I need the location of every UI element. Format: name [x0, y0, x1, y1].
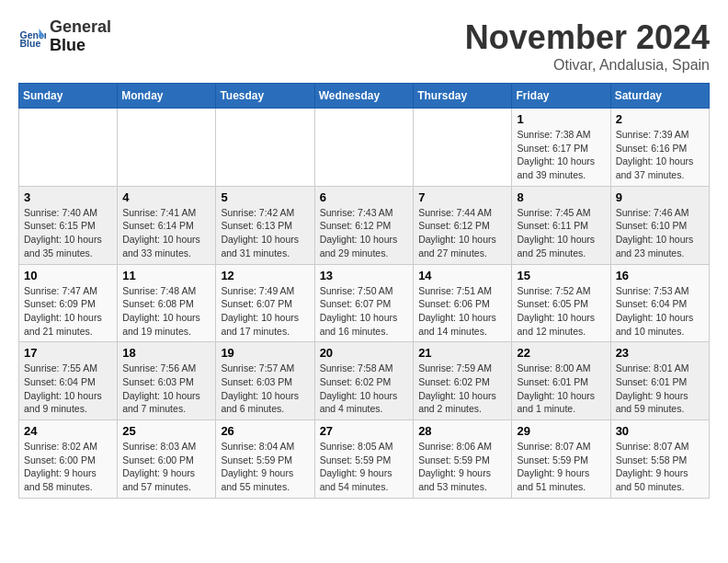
calendar-cell: 7Sunrise: 7:44 AM Sunset: 6:12 PM Daylig…	[414, 186, 512, 264]
calendar-cell: 21Sunrise: 7:59 AM Sunset: 6:02 PM Dayli…	[414, 342, 512, 420]
weekday-header: Thursday	[414, 84, 512, 109]
day-number: 18	[122, 346, 210, 360]
calendar-cell: 18Sunrise: 7:56 AM Sunset: 6:03 PM Dayli…	[118, 342, 216, 420]
calendar-cell: 4Sunrise: 7:41 AM Sunset: 6:14 PM Daylig…	[118, 186, 216, 264]
day-info: Sunrise: 7:39 AM Sunset: 6:16 PM Dayligh…	[616, 128, 704, 182]
logo-line2: Blue	[50, 37, 111, 55]
day-number: 15	[517, 269, 605, 282]
weekday-header: Monday	[118, 84, 216, 109]
day-number: 30	[616, 424, 704, 438]
day-info: Sunrise: 7:57 AM Sunset: 6:03 PM Dayligh…	[221, 362, 309, 416]
calendar-cell: 2Sunrise: 7:39 AM Sunset: 6:16 PM Daylig…	[610, 109, 709, 187]
day-info: Sunrise: 7:44 AM Sunset: 6:12 PM Dayligh…	[418, 206, 506, 260]
day-number: 9	[616, 190, 704, 204]
month-title: November 2024	[465, 18, 710, 57]
day-number: 13	[320, 269, 409, 282]
day-info: Sunrise: 7:38 AM Sunset: 6:17 PM Dayligh…	[517, 128, 605, 182]
day-info: Sunrise: 7:47 AM Sunset: 6:09 PM Dayligh…	[24, 284, 112, 339]
calendar-week: 1Sunrise: 7:38 AM Sunset: 6:17 PM Daylig…	[19, 109, 710, 187]
day-info: Sunrise: 7:55 AM Sunset: 6:04 PM Dayligh…	[24, 362, 112, 416]
svg-text:Blue: Blue	[20, 38, 41, 49]
weekday-header: Sunday	[19, 84, 118, 109]
calendar-body: 1Sunrise: 7:38 AM Sunset: 6:17 PM Daylig…	[19, 109, 710, 499]
calendar-cell: 8Sunrise: 7:45 AM Sunset: 6:11 PM Daylig…	[512, 186, 610, 264]
day-info: Sunrise: 7:48 AM Sunset: 6:08 PM Dayligh…	[122, 284, 210, 339]
location-title: Otivar, Andalusia, Spain	[465, 57, 710, 74]
calendar-cell: 19Sunrise: 7:57 AM Sunset: 6:03 PM Dayli…	[216, 342, 314, 420]
day-info: Sunrise: 8:01 AM Sunset: 6:01 PM Dayligh…	[616, 362, 704, 416]
day-number: 14	[418, 269, 506, 282]
logo-line1: General	[50, 18, 111, 37]
calendar-cell: 10Sunrise: 7:47 AM Sunset: 6:09 PM Dayli…	[19, 264, 118, 342]
day-number: 24	[24, 424, 112, 438]
day-info: Sunrise: 7:53 AM Sunset: 6:04 PM Dayligh…	[616, 284, 704, 339]
calendar-cell: 15Sunrise: 7:52 AM Sunset: 6:05 PM Dayli…	[512, 264, 610, 342]
calendar-cell	[414, 109, 512, 187]
day-info: Sunrise: 7:58 AM Sunset: 6:02 PM Dayligh…	[320, 362, 409, 416]
calendar-cell: 24Sunrise: 8:02 AM Sunset: 6:00 PM Dayli…	[19, 420, 118, 499]
calendar-week: 10Sunrise: 7:47 AM Sunset: 6:09 PM Dayli…	[19, 264, 710, 342]
day-number: 2	[616, 112, 704, 126]
day-number: 6	[320, 190, 409, 204]
calendar-cell	[118, 109, 216, 187]
day-info: Sunrise: 7:59 AM Sunset: 6:02 PM Dayligh…	[418, 362, 506, 416]
calendar-header: SundayMondayTuesdayWednesdayThursdayFrid…	[19, 84, 710, 109]
day-number: 5	[221, 190, 309, 204]
day-number: 20	[320, 346, 409, 360]
calendar-cell: 29Sunrise: 8:07 AM Sunset: 5:59 PM Dayli…	[512, 420, 610, 499]
day-number: 10	[24, 269, 112, 282]
calendar-cell: 16Sunrise: 7:53 AM Sunset: 6:04 PM Dayli…	[610, 264, 709, 342]
day-info: Sunrise: 7:45 AM Sunset: 6:11 PM Dayligh…	[517, 206, 605, 260]
calendar-cell	[216, 109, 314, 187]
calendar-cell: 26Sunrise: 8:04 AM Sunset: 5:59 PM Dayli…	[216, 420, 314, 499]
calendar-week: 3Sunrise: 7:40 AM Sunset: 6:15 PM Daylig…	[19, 186, 710, 264]
day-number: 19	[221, 346, 309, 360]
calendar-cell: 25Sunrise: 8:03 AM Sunset: 6:00 PM Dayli…	[118, 420, 216, 499]
calendar-week: 24Sunrise: 8:02 AM Sunset: 6:00 PM Dayli…	[19, 420, 710, 499]
calendar-cell: 17Sunrise: 7:55 AM Sunset: 6:04 PM Dayli…	[19, 342, 118, 420]
calendar-cell	[314, 109, 414, 187]
calendar-cell: 12Sunrise: 7:49 AM Sunset: 6:07 PM Dayli…	[216, 264, 314, 342]
day-number: 21	[418, 346, 506, 360]
day-info: Sunrise: 8:07 AM Sunset: 5:59 PM Dayligh…	[517, 440, 605, 494]
weekday-row: SundayMondayTuesdayWednesdayThursdayFrid…	[19, 84, 710, 109]
day-info: Sunrise: 7:51 AM Sunset: 6:06 PM Dayligh…	[418, 284, 506, 339]
day-info: Sunrise: 7:52 AM Sunset: 6:05 PM Dayligh…	[517, 284, 605, 339]
day-number: 16	[616, 269, 704, 282]
calendar-cell: 27Sunrise: 8:05 AM Sunset: 5:59 PM Dayli…	[314, 420, 414, 499]
calendar-cell: 11Sunrise: 7:48 AM Sunset: 6:08 PM Dayli…	[118, 264, 216, 342]
calendar-cell: 9Sunrise: 7:46 AM Sunset: 6:10 PM Daylig…	[610, 186, 709, 264]
weekday-header: Wednesday	[314, 84, 414, 109]
calendar-cell: 1Sunrise: 7:38 AM Sunset: 6:17 PM Daylig…	[512, 109, 610, 187]
day-number: 8	[517, 190, 605, 204]
calendar-cell: 6Sunrise: 7:43 AM Sunset: 6:12 PM Daylig…	[314, 186, 414, 264]
day-number: 12	[221, 269, 309, 282]
day-number: 11	[122, 269, 210, 282]
calendar-week: 17Sunrise: 7:55 AM Sunset: 6:04 PM Dayli…	[19, 342, 710, 420]
day-info: Sunrise: 7:42 AM Sunset: 6:13 PM Dayligh…	[221, 206, 309, 260]
day-number: 1	[517, 112, 605, 126]
calendar-cell	[19, 109, 118, 187]
day-number: 17	[24, 346, 112, 360]
day-number: 26	[221, 424, 309, 438]
day-info: Sunrise: 7:43 AM Sunset: 6:12 PM Dayligh…	[320, 206, 409, 260]
day-number: 4	[122, 190, 210, 204]
logo-text: General Blue	[50, 18, 111, 55]
weekday-header: Saturday	[610, 84, 709, 109]
day-info: Sunrise: 8:02 AM Sunset: 6:00 PM Dayligh…	[24, 440, 112, 494]
day-number: 29	[517, 424, 605, 438]
weekday-header: Tuesday	[216, 84, 314, 109]
day-info: Sunrise: 8:03 AM Sunset: 6:00 PM Dayligh…	[122, 440, 210, 494]
logo-icon: General Blue	[18, 23, 46, 51]
calendar-cell: 3Sunrise: 7:40 AM Sunset: 6:15 PM Daylig…	[19, 186, 118, 264]
day-info: Sunrise: 8:07 AM Sunset: 5:58 PM Dayligh…	[616, 440, 704, 494]
day-info: Sunrise: 7:50 AM Sunset: 6:07 PM Dayligh…	[320, 284, 409, 339]
day-number: 27	[320, 424, 409, 438]
day-info: Sunrise: 8:04 AM Sunset: 5:59 PM Dayligh…	[221, 440, 309, 494]
day-number: 3	[24, 190, 112, 204]
calendar-cell: 20Sunrise: 7:58 AM Sunset: 6:02 PM Dayli…	[314, 342, 414, 420]
calendar: SundayMondayTuesdayWednesdayThursdayFrid…	[18, 83, 710, 499]
day-info: Sunrise: 8:05 AM Sunset: 5:59 PM Dayligh…	[320, 440, 409, 494]
day-info: Sunrise: 7:56 AM Sunset: 6:03 PM Dayligh…	[122, 362, 210, 416]
calendar-cell: 5Sunrise: 7:42 AM Sunset: 6:13 PM Daylig…	[216, 186, 314, 264]
